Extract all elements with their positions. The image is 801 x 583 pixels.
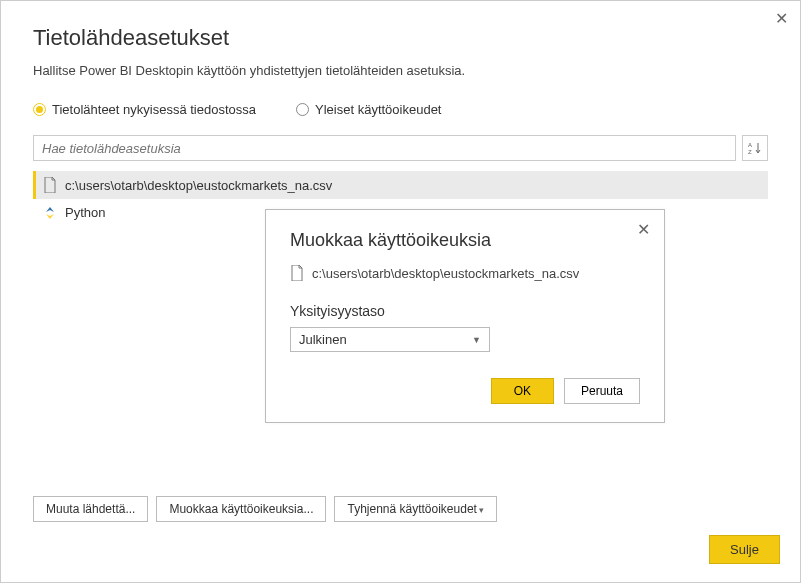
dialog-source-path: c:\users\otarb\desktop\eustockmarkets_na… xyxy=(290,265,640,281)
file-icon xyxy=(43,177,57,193)
edit-permissions-button[interactable]: Muokkaa käyttöoikeuksia... xyxy=(156,496,326,522)
page-title: Tietolähdeasetukset xyxy=(33,25,768,51)
radio-global-permissions[interactable]: Yleiset käyttöoikeudet xyxy=(296,102,441,117)
scope-radio-group: Tietolähteet nykyisessä tiedostossa Ylei… xyxy=(33,102,768,117)
sort-button[interactable]: A Z xyxy=(742,135,768,161)
radio-current-file[interactable]: Tietolähteet nykyisessä tiedostossa xyxy=(33,102,256,117)
svg-text:Z: Z xyxy=(748,149,752,155)
ok-button[interactable]: OK xyxy=(491,378,554,404)
clear-permissions-button[interactable]: Tyhjennä käyttöoikeudet xyxy=(334,496,497,522)
dialog-button-row: OK Peruuta xyxy=(290,378,640,404)
search-row: A Z xyxy=(33,135,768,161)
privacy-level-label: Yksityisyystaso xyxy=(290,303,640,319)
radio-icon-selected xyxy=(33,103,46,116)
close-row: Sulje xyxy=(709,535,780,564)
cancel-button[interactable]: Peruuta xyxy=(564,378,640,404)
action-button-row: Muuta lähdettä... Muokkaa käyttöoikeuksi… xyxy=(33,496,497,522)
file-icon xyxy=(290,265,304,281)
dialog-title: Muokkaa käyttöoikeuksia xyxy=(290,230,640,251)
source-label: Python xyxy=(65,205,105,220)
edit-permissions-dialog: ✕ Muokkaa käyttöoikeuksia c:\users\otarb… xyxy=(265,209,665,423)
source-path: c:\users\otarb\desktop\eustockmarkets_na… xyxy=(65,178,332,193)
settings-window: ✕ Tietolähdeasetukset Hallitse Power BI … xyxy=(0,0,801,583)
radio-icon-unselected xyxy=(296,103,309,116)
radio-label: Yleiset käyttöoikeudet xyxy=(315,102,441,117)
content-area: Tietolähdeasetukset Hallitse Power BI De… xyxy=(1,1,800,242)
chevron-down-icon: ▼ xyxy=(472,335,481,345)
dropdown-value: Julkinen xyxy=(299,332,347,347)
list-item[interactable]: c:\users\otarb\desktop\eustockmarkets_na… xyxy=(33,171,768,199)
close-button[interactable]: Sulje xyxy=(709,535,780,564)
dialog-path-text: c:\users\otarb\desktop\eustockmarkets_na… xyxy=(312,266,579,281)
window-close-icon[interactable]: ✕ xyxy=(775,9,788,28)
change-source-button[interactable]: Muuta lähdettä... xyxy=(33,496,148,522)
search-input[interactable] xyxy=(33,135,736,161)
privacy-level-dropdown[interactable]: Julkinen ▼ xyxy=(290,327,490,352)
python-icon xyxy=(43,206,57,220)
page-subtitle: Hallitse Power BI Desktopin käyttöön yhd… xyxy=(33,63,768,78)
svg-text:A: A xyxy=(748,142,752,148)
dialog-close-icon[interactable]: ✕ xyxy=(637,220,650,239)
sort-az-icon: A Z xyxy=(748,141,762,155)
radio-label: Tietolähteet nykyisessä tiedostossa xyxy=(52,102,256,117)
